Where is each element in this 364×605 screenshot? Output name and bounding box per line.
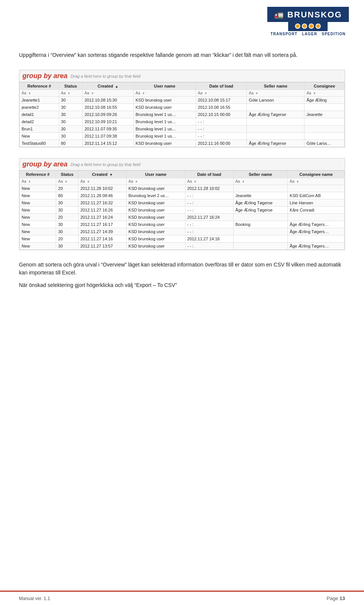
cell-dol: 2012.10.08 16:55 bbox=[196, 104, 247, 111]
cell-dol: - - : bbox=[196, 118, 247, 125]
cell-seller bbox=[247, 133, 304, 140]
cell-ref: New bbox=[20, 214, 56, 221]
cell-created: 2012.11.27 14:16 bbox=[78, 235, 126, 243]
cell-username: Brunskog level 1 us… bbox=[133, 125, 196, 133]
cell-status: 30 bbox=[59, 125, 82, 133]
table-row: detail1 30 2012.10.09 09:26 Brunskog lev… bbox=[20, 111, 345, 118]
cell-ref: jeanette2 bbox=[20, 104, 59, 111]
cell-created: 2012.11.27 16:32 bbox=[78, 199, 126, 207]
cell-ref: Brun1 bbox=[20, 125, 59, 133]
circle-1 bbox=[295, 24, 300, 29]
cell-dol: 2012.11.28 10:02 bbox=[185, 185, 233, 192]
cell-created: 2012.11.07 09:38 bbox=[82, 133, 133, 140]
table-row: New 30 2012.11.27 16:17 KSD brunskog use… bbox=[20, 221, 345, 228]
cell-status: 30 bbox=[59, 97, 82, 104]
cell-created: 2012.11.27 16:26 bbox=[78, 207, 126, 214]
cell-dol: 2012.11.16 00:00 bbox=[196, 140, 247, 147]
cell-consignee bbox=[304, 125, 345, 133]
cell-seller: Åge Ærling Tøgerse bbox=[247, 140, 304, 147]
col-consigneename: Consignee name bbox=[288, 171, 345, 178]
cell-created: 2012.11.28 10:02 bbox=[78, 185, 126, 192]
cell-consignee: Åge Ærling Tøgers… bbox=[288, 243, 345, 250]
intro-text: Uppgifterna i “Overview” kan sorteras st… bbox=[19, 51, 345, 59]
col-consignee: Consignee bbox=[304, 83, 345, 90]
table-row: New 80 2012.11.28 08:46 Brunskog level 2… bbox=[20, 192, 345, 199]
table-row: Brun1 30 2012.11.07 09:35 Brunskog level… bbox=[20, 125, 345, 133]
table-row: TestStatus80 80 2012.11.14 15:12 KSD bru… bbox=[20, 140, 345, 147]
table-row: jeanette2 30 2012.10.08 16:55 KSD brunsk… bbox=[20, 104, 345, 111]
cell-ref: detail2 bbox=[20, 118, 59, 125]
cell-seller: Jeanette bbox=[233, 192, 287, 199]
col-reference: Reference # bbox=[20, 171, 56, 178]
cell-dol: - - : bbox=[185, 199, 233, 207]
cell-consignee bbox=[288, 214, 345, 221]
cell-ref: New bbox=[20, 192, 56, 199]
circle-4 bbox=[315, 24, 321, 29]
cell-consignee bbox=[304, 104, 345, 111]
col-sellername: Seller name bbox=[233, 171, 287, 178]
cell-created: 2012.11.07 09:35 bbox=[82, 125, 133, 133]
cell-dol: 2012.11.27 16:24 bbox=[185, 214, 233, 221]
cell-username: KSD brunskog user bbox=[126, 243, 185, 250]
cell-seller bbox=[233, 214, 287, 221]
col-username: User name bbox=[126, 171, 185, 178]
cell-seller bbox=[247, 104, 304, 111]
cell-status: 30 bbox=[59, 118, 82, 125]
tagline-spedition: SPEDITION bbox=[322, 32, 345, 36]
cell-seller bbox=[247, 125, 304, 133]
header: 🚛 BRUNSKOG TRANSPORT LAGER SPEDITION bbox=[0, 0, 364, 40]
cell-seller bbox=[233, 235, 287, 243]
group-by-hint-1: Drag a field here to group by that field bbox=[71, 74, 140, 78]
cell-dol: - - : bbox=[196, 133, 247, 140]
col-status: Status bbox=[59, 83, 82, 90]
cell-username: KSD brunskog user bbox=[126, 221, 185, 228]
body-para-2: När önskad selektering gjort högerklicka… bbox=[19, 281, 345, 289]
filter-status: Aa ▼ bbox=[59, 90, 82, 97]
cell-seller: Åge Ærling Tøgerse bbox=[247, 111, 304, 118]
cell-username: Brunskog level 2 us… bbox=[126, 192, 185, 199]
group-by-label-2: group by area bbox=[22, 160, 67, 168]
cell-seller bbox=[233, 185, 287, 192]
filter-dateofload: Aa ▼ bbox=[185, 178, 233, 185]
filter-consignee: Aa ▼ bbox=[304, 90, 345, 97]
cell-status: 80 bbox=[59, 140, 82, 147]
cell-created: 2012.11.28 08:46 bbox=[78, 192, 126, 199]
circle-3 bbox=[309, 24, 314, 29]
cell-ref: New bbox=[20, 207, 56, 214]
cell-username: Brunskog level 1 us… bbox=[133, 133, 196, 140]
cell-ref: TestStatus80 bbox=[20, 140, 59, 147]
cell-created: 2012.10.09 10:21 bbox=[82, 118, 133, 125]
cell-consignee: Göte Larss… bbox=[304, 140, 345, 147]
cell-ref: New bbox=[20, 221, 56, 228]
cell-status: 20 bbox=[56, 214, 78, 221]
table-row: Jeanette1 30 2012.10.08 15:30 KSD brunsk… bbox=[20, 97, 345, 104]
table-row: New 20 2012.11.27 14:16 KSD brunskog use… bbox=[20, 235, 345, 243]
cell-dol: - - : bbox=[185, 192, 233, 199]
cell-seller bbox=[233, 243, 287, 250]
main-content: Uppgifterna i “Overview” kan sorteras st… bbox=[0, 40, 364, 317]
cell-created: 2012.11.27 16:17 bbox=[78, 221, 126, 228]
cell-dol: 2012.11.27 14:16 bbox=[185, 235, 233, 243]
cell-status: 30 bbox=[56, 228, 78, 235]
filter-created: Aa ▼ bbox=[78, 178, 126, 185]
header-row-1: Reference # Status Created ▲ User name D… bbox=[20, 83, 345, 90]
cell-created: 2012.11.27 14:39 bbox=[78, 228, 126, 235]
cell-consignee bbox=[304, 133, 345, 140]
logo-box: 🚛 BRUNSKOG bbox=[267, 7, 349, 22]
cell-dol: - - : bbox=[185, 243, 233, 250]
cell-status: 30 bbox=[56, 243, 78, 250]
col-sellername: Seller name bbox=[247, 83, 304, 90]
footer-page-number: Page 13 bbox=[327, 596, 345, 601]
cell-dol: - - : bbox=[185, 221, 233, 228]
cell-ref: New bbox=[20, 133, 59, 140]
cell-username: Brunskog level 1 us… bbox=[133, 118, 196, 125]
cell-seller: Åge Ærling Tøgerse bbox=[233, 207, 287, 214]
filter-username: Aa ▼ bbox=[126, 178, 185, 185]
cell-seller bbox=[233, 228, 287, 235]
filter-sellername: Aa ▼ bbox=[233, 178, 287, 185]
cell-status: 20 bbox=[56, 235, 78, 243]
grid-screenshot-1: group by area Drag a field here to group… bbox=[19, 70, 345, 147]
logo-text: BRUNSKOG bbox=[287, 10, 342, 20]
cell-username: KSD brunskog user bbox=[126, 199, 185, 207]
filter-dateofload: Aa ▼ bbox=[196, 90, 247, 97]
